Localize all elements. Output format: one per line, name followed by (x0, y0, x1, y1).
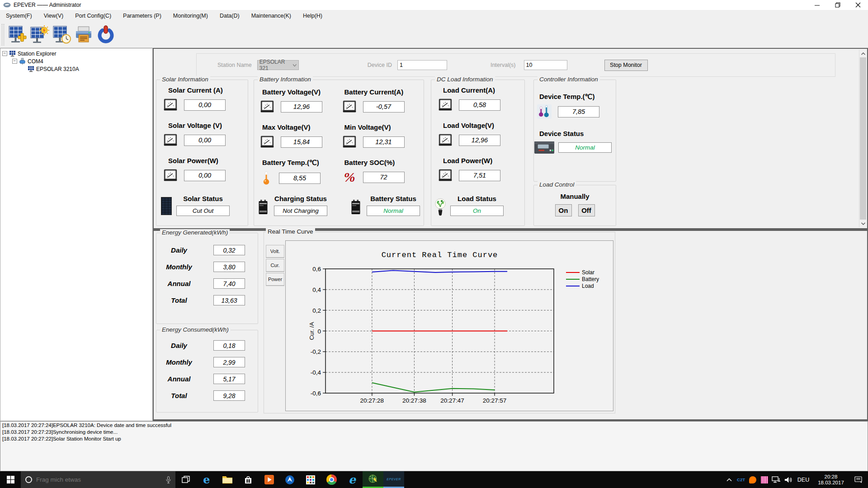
taskbar-internet-explorer-icon[interactable]: e (342, 471, 363, 488)
total-label: Total (156, 296, 202, 304)
menu-help[interactable]: Help(H) (297, 10, 328, 21)
taskbar-media-player-icon[interactable] (259, 471, 279, 488)
station-explorer-tree: − Station Explorer − COM4 EPSOLAR 3210A (0, 48, 153, 421)
notification-center-icon[interactable] (849, 471, 868, 488)
tray-clock[interactable]: 20:28 18.03.2017 (813, 471, 849, 488)
charging-status-value: Not Charging (274, 206, 327, 216)
toolbar (0, 22, 868, 48)
search-input[interactable] (36, 476, 162, 483)
taskbar-file-explorer-icon[interactable] (217, 471, 238, 488)
svg-text:20:27:57: 20:27:57 (483, 397, 507, 404)
scrollbar-thumb[interactable] (860, 57, 866, 220)
microphone-icon[interactable] (166, 476, 171, 483)
monitor-scrollbar[interactable] (859, 50, 867, 227)
charging-status-label: Charging Status (274, 195, 327, 202)
taskbar-app-grid-icon[interactable] (300, 471, 321, 488)
load-off-button[interactable]: Off (578, 204, 595, 216)
tray-network-icon[interactable] (770, 471, 782, 488)
tray-language-indicator[interactable]: DEU (794, 471, 813, 488)
add-station-icon[interactable] (7, 24, 28, 45)
station-name-select[interactable]: EPSOLAR 321 (257, 60, 299, 70)
menu-view[interactable]: View(V) (38, 10, 70, 21)
taskbar: e e EPEVER C2T (0, 471, 868, 488)
daily-value: 0,32 (213, 245, 245, 255)
total-label: Total (156, 392, 202, 399)
tray-chevron-up-icon[interactable] (723, 471, 735, 488)
minimize-button[interactable] (807, 0, 827, 10)
tree-item-com4[interactable]: − COM4 (2, 57, 152, 65)
taskbar-edge-icon[interactable]: e (196, 471, 217, 488)
restore-button[interactable] (827, 0, 848, 10)
svg-text:-0,4: -0,4 (311, 369, 321, 376)
menu-data[interactable]: Data(D) (214, 10, 245, 21)
stop-monitor-button[interactable]: Stop Monitor (604, 60, 648, 71)
menu-monitoring[interactable]: Monitoring(M) (167, 10, 214, 21)
tree-item-epsolar-3210a[interactable]: EPSOLAR 3210A (2, 65, 152, 73)
solar-current-metric: Solar Current (A) 0,00 (156, 86, 248, 115)
device-id-input[interactable] (397, 60, 447, 70)
tray-striped-icon[interactable] (759, 471, 770, 488)
solar-status-block: Solar Status Cut Out (159, 195, 248, 216)
min-voltage-metric: Min Voltage(V) 12,31 (339, 123, 421, 152)
controller-information-panel: Controller Information Device Temp.(℃) 7… (533, 80, 616, 182)
load-on-button[interactable]: On (555, 204, 572, 216)
taskbar-player-icon[interactable] (279, 471, 300, 488)
solar-power-value: 0,00 (184, 170, 226, 181)
taskbar-epever-app-icon[interactable]: EPEVER (383, 471, 404, 488)
tree-item-station-explorer[interactable]: − Station Explorer (2, 50, 152, 57)
svg-text:Load: Load (582, 283, 594, 289)
bulb-icon (433, 197, 448, 216)
real-time-curve-panel: Real Time Curve Volt. Cur. Power 0,60,40… (264, 232, 615, 413)
close-button[interactable] (848, 0, 868, 10)
lower-panel: Energy Generated(kWh) Daily 0,32 Monthly… (154, 231, 867, 421)
svg-text:0,6: 0,6 (312, 266, 321, 272)
battery-temp-label: Battery Temp.(℃) (257, 159, 339, 167)
load-voltage-value: 12,96 (459, 135, 500, 146)
svg-text:0,2: 0,2 (312, 307, 321, 314)
menu-parameters[interactable]: Parameters (P) (117, 10, 167, 21)
start-button[interactable] (0, 471, 21, 488)
tray-avast-icon[interactable] (747, 471, 759, 488)
epever-logo-icon (3, 2, 11, 8)
collapse-expander-icon[interactable]: − (2, 51, 7, 56)
print-icon[interactable] (73, 24, 94, 45)
station-parameters-icon[interactable] (29, 24, 50, 45)
battery-icon (348, 198, 364, 216)
interval-label: Interval(s) (491, 62, 516, 68)
solar-status-value: Cut Out (176, 206, 230, 216)
taskbar-solar-monitor-icon[interactable] (363, 471, 383, 488)
scroll-down-icon[interactable] (859, 220, 867, 227)
controller-panel-title: Controller Information (538, 76, 600, 83)
annual-label: Annual (156, 280, 202, 287)
solar-power-label: Solar Power(W) (156, 157, 248, 164)
scroll-up-icon[interactable] (859, 50, 867, 57)
taskbar-store-icon[interactable] (238, 471, 259, 488)
energy-consumed-monthly-row: Monthly 2,99 (156, 357, 258, 367)
tray-speaker-icon[interactable] (782, 471, 794, 488)
epever-tile-label: EPEVER (387, 478, 401, 481)
station-name-label: Station Name (217, 62, 252, 68)
tab-power[interactable]: Power (266, 273, 284, 286)
collapse-expander-icon[interactable]: − (12, 59, 17, 64)
menu-system[interactable]: System(F) (0, 10, 38, 21)
energy-generated-total-row: Total 13,63 (156, 295, 258, 305)
total-value: 13,63 (213, 295, 245, 305)
power-exit-icon[interactable] (95, 24, 116, 45)
svg-text:0: 0 (317, 328, 321, 335)
station-time-icon[interactable] (51, 24, 72, 45)
interval-input[interactable] (524, 60, 567, 70)
tab-cur[interactable]: Cur. (266, 259, 284, 272)
menu-port-config[interactable]: Port Config(C) (69, 10, 117, 21)
tray-c2t-icon[interactable]: C2T (735, 471, 747, 488)
load-current-metric: Load Current(A) 0,58 (431, 86, 524, 115)
taskbar-search[interactable] (21, 471, 175, 488)
solar-voltage-label: Solar Voltage (V) (156, 122, 248, 129)
task-view-button[interactable] (175, 471, 196, 488)
menu-maintenance[interactable]: Maintenance(K) (245, 10, 297, 21)
tab-volt[interactable]: Volt. (266, 245, 284, 258)
battery-icon (255, 198, 271, 216)
taskbar-chrome-icon[interactable] (321, 471, 342, 488)
solar-information-panel: Solar Information Solar Current (A) 0,00… (156, 80, 248, 226)
taskbar-spacer (404, 471, 723, 488)
svg-text:%: % (344, 169, 355, 185)
